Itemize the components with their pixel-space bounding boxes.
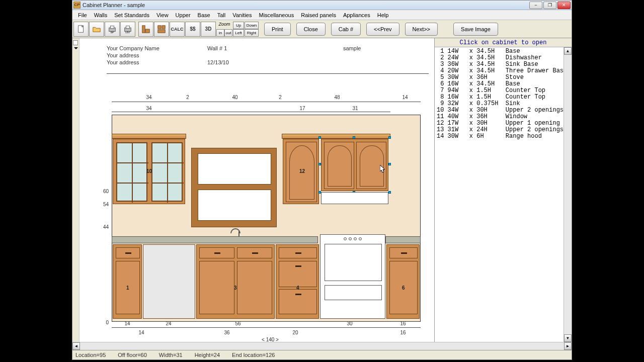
dim-48: 48 — [332, 95, 342, 100]
svg-text:SP: SP — [110, 31, 114, 34]
zoom-in-button[interactable]: in — [216, 29, 224, 37]
layout2-button[interactable] — [154, 22, 169, 37]
cab12-num: 12 — [299, 168, 305, 174]
prev-button[interactable]: <<Prev — [366, 23, 399, 36]
gutter-checkbox[interactable] — [73, 40, 78, 45]
print-list-button[interactable]: LIST — [120, 22, 135, 37]
close-doc-button[interactable]: Close — [296, 23, 326, 36]
calc-button[interactable]: CALC — [170, 22, 185, 37]
zoom-out-button[interactable]: out — [224, 29, 232, 37]
pan-left-button[interactable]: Left — [233, 29, 244, 37]
range-hood-14[interactable] — [321, 192, 388, 204]
cabinet-12[interactable]: 12 — [283, 139, 319, 204]
dishwasher-2[interactable] — [143, 244, 195, 319]
dim-2b: 2 — [278, 95, 283, 100]
crown-12-13 — [282, 134, 390, 139]
cab6-num: 6 — [402, 285, 405, 291]
close-button[interactable]: ✕ — [557, 2, 571, 9]
maximize-button[interactable]: ❐ — [543, 2, 556, 9]
cab4-num: 4 — [296, 285, 299, 291]
list-scrollbar[interactable]: ▲ ▼ — [564, 47, 572, 342]
horizontal-scrollbar[interactable]: ◄ ► — [72, 342, 572, 350]
cabinet-4-three-drawer[interactable]: 4 — [276, 244, 319, 319]
dim-17: 17 — [297, 106, 307, 111]
pan-right-button[interactable]: Right — [245, 29, 259, 37]
price-button[interactable]: $$ — [185, 22, 200, 37]
counter-7[interactable] — [112, 236, 318, 243]
ytick-60: 60 — [98, 189, 109, 194]
titlebar: CP Cabinet Planner - sample − ❐ ✕ — [72, 1, 572, 10]
save-image-button[interactable]: Save Image — [453, 23, 498, 36]
app-window: CP Cabinet Planner - sample − ❐ ✕ File W… — [72, 0, 572, 360]
print-button[interactable]: Print — [264, 23, 291, 36]
menu-view[interactable]: View — [153, 11, 172, 19]
counter-8[interactable] — [385, 236, 421, 243]
minimize-button[interactable]: − — [529, 2, 542, 9]
address2-label: Your address — [107, 59, 207, 65]
drawing-canvas[interactable]: Your Company NameWall # 1sample Your add… — [79, 38, 435, 342]
cabinet-6[interactable]: 6 — [386, 244, 420, 319]
menu-file[interactable]: File — [74, 11, 91, 19]
cabinet-13[interactable] — [321, 139, 388, 191]
3d-button[interactable]: 3D — [201, 22, 216, 37]
scroll-up-button[interactable]: ▲ — [564, 47, 572, 55]
wall-label: Wall # 1 — [207, 45, 343, 51]
ytick-44: 44 — [98, 224, 109, 230]
pan-down-button[interactable]: Down — [245, 22, 259, 29]
status-off-floor: Off floor=60 — [118, 352, 147, 358]
date-label: 12/13/10 — [207, 59, 343, 65]
window-11[interactable] — [191, 148, 277, 227]
dim-line-top1 — [112, 102, 421, 102]
hscroll-left-button[interactable]: ◄ — [72, 342, 80, 350]
menu-upper[interactable]: Upper — [172, 11, 194, 19]
menu-help[interactable]: Help — [374, 11, 392, 19]
menu-base[interactable]: Base — [194, 11, 214, 19]
menu-tall[interactable]: Tall — [214, 11, 229, 19]
menu-vanities[interactable]: Vanities — [229, 11, 255, 19]
dim-40: 40 — [230, 95, 240, 100]
cab10-num: 10 — [146, 168, 152, 174]
cabinet-list-body: 1 14W x 34.5H Base 2 24W x 34.5H Dishwas… — [435, 47, 572, 342]
print-sp-button[interactable]: SP — [105, 22, 120, 37]
dimb-14b: 14 — [137, 330, 146, 335]
app-icon: CP — [73, 2, 80, 9]
dim-14a: 14 — [400, 95, 410, 100]
next-button[interactable]: Next>> — [405, 23, 438, 36]
ytick-54: 54 — [98, 202, 109, 207]
statusbar: Location=95 Off floor=60 Width=31 Height… — [72, 350, 572, 359]
cabinet-10[interactable]: 10 — [113, 139, 185, 204]
dimb-56: 56 — [233, 321, 243, 326]
stove-5[interactable] — [320, 234, 385, 319]
zoom-label: Zoom — [216, 22, 232, 29]
svg-rect-11 — [162, 25, 165, 28]
menu-appliances[interactable]: Appliances — [340, 11, 374, 19]
new-doc-button[interactable] — [73, 22, 89, 37]
pan-up-button[interactable]: Up — [233, 22, 244, 29]
layout1-button[interactable] — [138, 22, 153, 37]
left-gutter — [72, 38, 79, 342]
cabinet-list-row[interactable]: 14 30W x 6H Range hood — [437, 133, 570, 140]
open-folder-button[interactable] — [89, 22, 104, 37]
gutter-triangle-icon — [74, 47, 78, 49]
menubar: File Walls Set Standards View Upper Base… — [72, 10, 572, 20]
menu-walls[interactable]: Walls — [91, 11, 111, 19]
jobname-label: sample — [343, 45, 361, 51]
scroll-down-button[interactable]: ▼ — [564, 334, 572, 342]
menu-set-standards[interactable]: Set Standards — [111, 11, 153, 19]
dim-34b: 34 — [144, 106, 154, 111]
leftright-group: Down Right — [245, 22, 259, 37]
status-height: Height=24 — [195, 352, 220, 358]
status-width: Width=31 — [159, 352, 183, 358]
hscroll-right-button[interactable]: ► — [564, 342, 572, 350]
cabinet-3-sink-base[interactable]: 3 — [196, 244, 275, 319]
cabinet-1[interactable]: 1 — [113, 244, 142, 319]
cab-number-button[interactable]: Cab # — [331, 23, 361, 36]
crown-10 — [112, 134, 186, 139]
toolbar: SP LIST CALC $$ 3D Zoom in out Up Left D… — [72, 20, 572, 38]
menu-raised-panels[interactable]: Raised panels — [297, 11, 340, 19]
workarea: Your Company NameWall # 1sample Your add… — [72, 38, 572, 342]
menu-miscellaneous[interactable]: Miscellaneous — [255, 11, 297, 19]
cabinet-list-panel: Click on cabinet to open 1 14W x 34.5H B… — [435, 38, 572, 342]
dimb-16b: 16 — [398, 330, 408, 335]
dim-31: 31 — [350, 106, 360, 111]
